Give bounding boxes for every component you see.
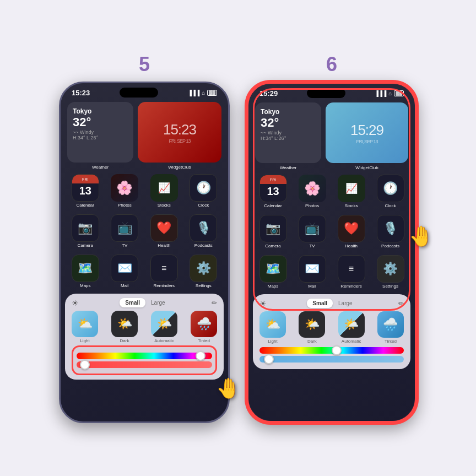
signal-icon-6: ▐▐▐ (375, 90, 386, 96)
status-icons-5: ▐▐▐ ⌂ ▓▓ (188, 90, 217, 96)
app-label-settings-6: Settings (382, 284, 398, 289)
variant-tinted-label-6: Tinted (385, 339, 397, 344)
weather-widget-6: Tokyo 32° ~~ Windy H:34° L:26° (255, 102, 321, 163)
app-photos-6[interactable]: 🌸 Photos (294, 175, 330, 208)
variant-light-label-6: Light (268, 339, 277, 344)
app-reminders-6[interactable]: ≡ Reminders (333, 255, 369, 289)
widgetclub-label-6: WidgetClub (326, 165, 408, 170)
app-grid-row1-5: FRI 13 Calendar 🌸 Photos (61, 171, 228, 211)
app-health-5[interactable]: ❤️ Health (146, 214, 182, 248)
app-podcasts-6[interactable]: 🎙️ Podcasts (372, 215, 408, 248)
widgetclub-label-5: WidgetClub (138, 165, 221, 170)
app-stocks-5[interactable]: 📈 Stocks (146, 174, 182, 208)
app-label-settings-5: Settings (196, 283, 212, 288)
app-clock-5[interactable]: 🕐 Clock (186, 174, 222, 208)
variant-light-5[interactable]: ⛅ Light (72, 311, 98, 343)
app-label-stocks-5: Stocks (158, 203, 171, 208)
rainbow-thumb-6[interactable] (332, 345, 342, 355)
app-mail-5[interactable]: ✉️ Mail (107, 255, 143, 288)
app-grid-row1-6: FRI 13 Calendar 🌸 Photos 📈 Stocks (248, 171, 415, 212)
dynamic-island-6 (307, 88, 345, 98)
clock-widget-5: 15:23 FRI, SEP 13 (138, 102, 221, 163)
app-calendar-6[interactable]: FRI 13 Calendar (255, 175, 291, 208)
app-settings-5[interactable]: ⚙️ Settings (186, 255, 222, 288)
phone-5-screen: 15:23 ▐▐▐ ⌂ ▓▓ Tokyo 32° (61, 83, 228, 421)
pencil-icon-5: ✏ (212, 299, 217, 307)
status-icons-6: ▐▐▐ ⌂ ▓▓ (375, 90, 404, 96)
app-label-calendar-5: Calendar (77, 203, 94, 208)
saturation-slider-row-5 (77, 361, 212, 368)
section-5: 5 15:23 ▐▐▐ ⌂ ▓▓ (59, 53, 230, 423)
rainbow-slider-5[interactable] (77, 353, 212, 359)
size-large-btn-6[interactable]: Large (333, 299, 358, 308)
variant-tinted-6[interactable]: 🌧️ Tinted (377, 311, 404, 344)
weather-widget-5: Tokyo 32° ~~ Windy H:34° L:26° (67, 102, 133, 163)
status-bar-5: 15:23 ▐▐▐ ⌂ ▓▓ (61, 83, 228, 100)
app-label-maps-6: Maps (268, 284, 279, 289)
app-label-photos-6: Photos (305, 203, 319, 208)
icon-variants-5: ⛅ Light 🌤️ Dark 🌤️ Automatic (72, 311, 217, 343)
wifi-icon-5: ⌂ (202, 90, 205, 96)
app-photos-5[interactable]: 🌸 Photos (107, 174, 143, 208)
brightness-icon-6: ☀ (259, 299, 267, 308)
app-stocks-6[interactable]: 📈 Stocks (333, 175, 369, 208)
saturation-thumb-6[interactable] (264, 354, 274, 364)
section-6: 6 15:29 ▐▐▐ ⌂ ▓▓ (246, 53, 417, 423)
app-label-podcasts-5: Podcasts (194, 243, 213, 248)
dynamic-island-5 (120, 88, 158, 98)
weather-label-5: Weather (67, 165, 133, 170)
app-tv-6[interactable]: 📺 TV (294, 215, 330, 248)
app-calendar-5[interactable]: FRI 13 Calendar (67, 174, 104, 208)
size-large-btn-5[interactable]: Large (145, 298, 171, 307)
size-small-btn-6[interactable]: Small (307, 299, 333, 308)
phone-5: 15:23 ▐▐▐ ⌂ ▓▓ Tokyo 32° (59, 82, 230, 423)
variant-tinted-5[interactable]: 🌧️ Tinted (191, 311, 217, 343)
variant-dark-6[interactable]: 🌤️ Dark (299, 311, 325, 344)
app-mail-6[interactable]: ✉️ Mail (294, 255, 330, 289)
rainbow-slider-6[interactable] (259, 347, 404, 354)
app-label-clock-5: Clock (198, 203, 209, 208)
app-podcasts-5[interactable]: 🎙️ Podcasts (186, 214, 222, 248)
app-label-tv-5: TV (122, 243, 127, 248)
app-settings-6[interactable]: ⚙️ Settings (372, 255, 408, 289)
app-reminders-5[interactable]: ≡ Reminders (146, 255, 182, 288)
size-small-btn-5[interactable]: Small (120, 298, 145, 307)
rainbow-thumb-5[interactable] (196, 351, 205, 361)
bottom-panel-5: ☀ Small Large ✏ ⛅ Light (65, 294, 224, 380)
app-grid-row2-6: 📷 Camera 📺 TV ❤️ Health 🎙️ (248, 212, 415, 252)
app-camera-5[interactable]: 📷 Camera (67, 214, 104, 248)
panel-top-row-6: ☀ Small Large ✏ (259, 299, 404, 308)
app-camera-6[interactable]: 📷 Camera (255, 215, 291, 248)
variant-auto-5[interactable]: 🌤️ Automatic (151, 311, 177, 343)
variant-dark-5[interactable]: 🌤️ Dark (111, 311, 138, 343)
app-tv-5[interactable]: 📺 TV (107, 214, 143, 248)
variant-auto-6[interactable]: 🌤️ Automatic (338, 311, 365, 344)
phone-6: 15:29 ▐▐▐ ⌂ ▓▓ Tokyo 32° ~~ Wi (246, 82, 417, 423)
app-maps-5[interactable]: 🗺️ Maps (67, 255, 104, 288)
app-label-camera-6: Camera (265, 244, 280, 248)
app-label-mail-5: Mail (121, 283, 129, 288)
signal-icon-5: ▐▐▐ (188, 90, 199, 96)
app-clock-6[interactable]: 🕐 Clock (372, 175, 408, 208)
saturation-slider-6[interactable] (259, 356, 404, 363)
app-label-camera-5: Camera (78, 243, 93, 248)
variant-dark-label-6: Dark (307, 339, 317, 344)
app-grid-row2-5: 📷 Camera 📺 TV ❤️ Health 🎙️ (61, 211, 228, 251)
phone-5-container: 15:23 ▐▐▐ ⌂ ▓▓ Tokyo 32° (59, 82, 230, 423)
wifi-icon-6: ⌂ (388, 90, 392, 96)
size-toggle-5: Small Large (120, 298, 170, 307)
app-label-stocks-6: Stocks (344, 203, 358, 208)
app-label-reminders-6: Reminders (340, 284, 362, 289)
app-label-mail-6: Mail (308, 284, 316, 289)
saturation-slider-5[interactable] (77, 361, 212, 368)
saturation-thumb-5[interactable] (80, 360, 90, 370)
app-label-health-5: Health (158, 243, 170, 248)
app-maps-6[interactable]: 🗺️ Maps (255, 255, 291, 289)
variant-light-6[interactable]: ⛅ Light (259, 311, 286, 344)
rainbow-slider-row-5 (77, 353, 212, 359)
variant-light-label-5: Light (80, 338, 89, 343)
app-grid-row3-5: 🗺️ Maps ✉️ Mail ≡ Reminders ⚙️ (61, 251, 228, 291)
widgets-row-5: Tokyo 32° ~~ Windy H:34° L:26° 15:23 FRI… (61, 100, 228, 165)
app-label-clock-6: Clock (385, 203, 396, 208)
app-health-6[interactable]: ❤️ Health (333, 215, 369, 248)
